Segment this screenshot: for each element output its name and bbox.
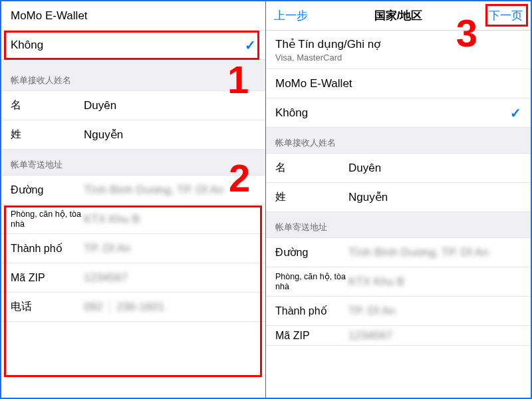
surname-label: 姓: [11, 128, 84, 142]
city-value: TP. Dĩ An: [348, 305, 521, 318]
right-screen: 上一步 国家/地区 下一页 Thẻ Tín dụng/Ghi nợ Visa, …: [266, 1, 531, 398]
left-screen: MoMo E-Wallet Không ✓ 帐单接收人姓名 名 Duyên 姓 …: [1, 1, 266, 398]
city-label: Thành phố: [275, 305, 348, 317]
payment-momo-label: MoMo E-Wallet: [11, 9, 88, 23]
zip-value: 1234567: [84, 271, 256, 285]
phone-row[interactable]: 电话 092 236-1601: [1, 293, 265, 322]
payment-none-label: Không: [275, 106, 510, 120]
phone-number: 236-1601: [116, 301, 164, 314]
zip-row[interactable]: Mã ZIP 1234567: [1, 263, 265, 293]
next-button[interactable]: 下一页: [476, 8, 523, 23]
surname-value: Nguyễn: [84, 128, 256, 142]
payment-option-momo[interactable]: MoMo E-Wallet: [266, 69, 531, 98]
apartment-value: KTX Khu B: [348, 275, 521, 289]
checkmark-icon: ✓: [245, 37, 256, 53]
apartment-row[interactable]: Phòng, căn hộ, tòa nhà KTX Khu B: [1, 205, 265, 234]
section-header-billing-address: 帐单寄送地址: [1, 150, 265, 176]
surname-label: 姓: [275, 190, 348, 204]
payment-momo-label: MoMo E-Wallet: [275, 77, 352, 90]
apartment-row[interactable]: Phòng, căn hộ, tòa nhà KTX Khu B: [266, 267, 531, 297]
first-name-value: Duyên: [348, 162, 521, 175]
apartment-label: Phòng, căn hộ, tòa nhà: [11, 209, 84, 229]
street-value: Tỉnh Bình Dương, TP. Dĩ An: [348, 245, 521, 259]
first-name-value: Duyên: [84, 99, 256, 112]
apartment-value: KTX Khu B: [84, 213, 256, 226]
phone-cc: 092: [84, 301, 102, 314]
section-header-billing-name: 帐单接收人姓名: [1, 60, 265, 91]
first-name-row[interactable]: 名 Duyên: [1, 91, 265, 120]
street-label: Đường: [275, 246, 348, 259]
surname-row[interactable]: 姓 Nguyễn: [266, 183, 531, 212]
back-button[interactable]: 上一步: [274, 8, 321, 23]
section-header-billing-address: 帐单寄送地址: [266, 212, 531, 238]
city-label: Thành phố: [11, 242, 84, 255]
checkmark-icon: ✓: [510, 105, 521, 121]
section-header-billing-name: 帐单接收人姓名: [266, 128, 531, 154]
payment-card-label: Thẻ Tín dụng/Ghi nợ: [275, 37, 380, 51]
street-value: Tỉnh Bình Dương, TP. Dĩ An: [84, 183, 256, 197]
street-row[interactable]: Đường Tỉnh Bình Dương, TP. Dĩ An: [266, 238, 531, 267]
payment-card-sub: Visa, MasterCard: [275, 53, 342, 63]
zip-value: 1234567: [348, 329, 521, 342]
apartment-label: Phòng, căn hộ, tòa nhà: [275, 272, 348, 292]
surname-row[interactable]: 姓 Nguyễn: [1, 120, 265, 150]
street-label: Đường: [11, 184, 84, 196]
phone-label: 电话: [11, 300, 84, 314]
zip-label: Mã ZIP: [275, 330, 348, 342]
nav-bar: 上一步 国家/地区 下一页: [266, 1, 531, 31]
city-row[interactable]: Thành phố TP. Dĩ An: [266, 297, 531, 326]
surname-value: Nguyễn: [348, 190, 521, 204]
street-row[interactable]: Đường Tỉnh Bình Dương, TP. Dĩ An: [1, 176, 265, 205]
first-name-label: 名: [275, 161, 348, 175]
phone-value-group: 092 236-1601: [84, 300, 256, 315]
first-name-label: 名: [11, 98, 84, 112]
first-name-row[interactable]: 名 Duyên: [266, 154, 531, 183]
zip-row-partial[interactable]: Mã ZIP 1234567: [266, 326, 531, 346]
payment-option-card[interactable]: Thẻ Tín dụng/Ghi nợ Visa, MasterCard: [266, 31, 531, 69]
payment-option-none[interactable]: Không ✓: [266, 98, 531, 128]
payment-none-label: Không: [11, 39, 245, 52]
zip-label: Mã ZIP: [11, 272, 84, 284]
phone-divider: [109, 300, 110, 315]
payment-option-momo[interactable]: MoMo E-Wallet: [1, 1, 265, 31]
payment-option-none[interactable]: Không ✓: [1, 31, 265, 60]
city-value: TP. Dĩ An: [84, 242, 256, 255]
city-row[interactable]: Thành phố TP. Dĩ An: [1, 234, 265, 263]
nav-title: 国家/地区: [321, 8, 476, 23]
